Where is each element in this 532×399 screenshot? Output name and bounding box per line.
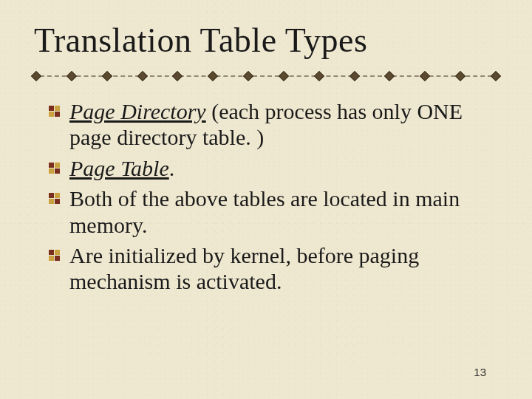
list-item: Page Table. (49, 155, 499, 181)
slide: Translation Table Types Page Directory (… (0, 0, 532, 295)
bullet-lead: Page Table (69, 156, 169, 180)
slide-title: Translation Table Types (34, 21, 499, 60)
separator-dots (33, 72, 499, 80)
page-number: 13 (474, 366, 486, 378)
bullet-rest: Both of the above tables are located in … (69, 186, 460, 236)
list-item: Are initialized by kernel, before paging… (49, 242, 499, 295)
list-item: Page Directory (each process has only ON… (49, 98, 499, 151)
bullet-list: Page Directory (each process has only ON… (49, 98, 499, 295)
bullet-rest: . (169, 156, 175, 180)
title-separator (33, 70, 499, 82)
bullet-lead: Page Directory (69, 99, 206, 123)
bullet-rest: Are initialized by kernel, before paging… (69, 243, 419, 293)
list-item: Both of the above tables are located in … (49, 185, 499, 238)
